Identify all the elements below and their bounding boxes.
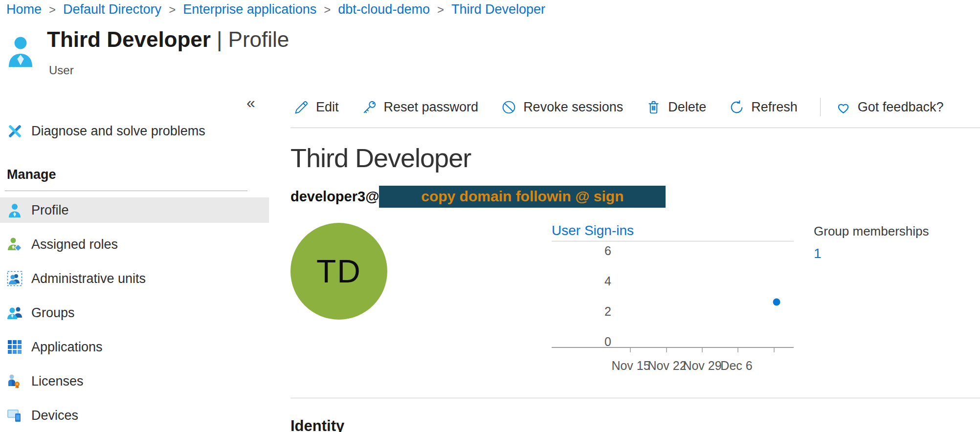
- revoke-sessions-button[interactable]: Revoke sessions: [501, 99, 623, 115]
- group-memberships-block: Group memberships 1: [814, 224, 929, 261]
- page-title: Third Developer| Profile: [47, 27, 289, 52]
- user-sign-ins-chart: User Sign-ins 6 4 2 0 Nov 15 Nov 22 Nov …: [552, 223, 794, 376]
- breadcrumb-dbt-cloud-demo[interactable]: dbt-cloud-demo: [338, 2, 430, 17]
- x-axis-tick: [666, 348, 667, 352]
- refresh-button[interactable]: Refresh: [729, 99, 798, 115]
- chart-title-link[interactable]: User Sign-ins: [552, 223, 794, 241]
- breadcrumb-default-directory[interactable]: Default Directory: [63, 2, 161, 17]
- tools-icon: [7, 123, 22, 139]
- sidebar-item-label: Applications: [31, 340, 103, 355]
- azure-portal-user-profile-page: Home > Default Directory > Enterprise ap…: [0, 0, 980, 432]
- refresh-button-label: Refresh: [751, 100, 798, 115]
- sidebar-item-label: Licenses: [31, 374, 84, 389]
- x-axis-tick: [702, 348, 703, 352]
- identity-section-heading: Identity: [290, 417, 344, 432]
- got-feedback-button[interactable]: Got feedback?: [835, 99, 944, 115]
- x-axis-label: Nov 15: [611, 359, 650, 373]
- sidebar-section-manage: Manage: [7, 167, 56, 182]
- edit-button[interactable]: Edit: [293, 99, 339, 115]
- signin-data-point: [773, 299, 780, 306]
- domain-redaction-overlay: copy domain followin @ sign: [379, 186, 666, 208]
- x-axis-label: Dec 6: [720, 359, 752, 373]
- profile-person-icon: [7, 202, 22, 218]
- group-memberships-count-link[interactable]: 1: [814, 246, 822, 261]
- page-subtitle: User: [49, 64, 74, 77]
- groups-icon: [7, 305, 22, 321]
- blocked-circle-icon: [501, 99, 517, 115]
- chart-plot-area: 6 4 2 0: [552, 241, 794, 348]
- x-axis-label: Nov 29: [683, 359, 721, 373]
- sidebar-item-devices[interactable]: Devices: [0, 403, 269, 428]
- got-feedback-button-label: Got feedback?: [858, 100, 944, 115]
- key-icon: [361, 99, 378, 115]
- breadcrumb-separator: >: [169, 3, 176, 17]
- sidebar-item-label: Profile: [31, 203, 69, 218]
- x-axis-label: Nov 22: [647, 359, 686, 373]
- sidebar-item-administrative-units[interactable]: Administrative units: [0, 266, 269, 291]
- command-bar: Edit Reset password Revoke sessions De: [293, 96, 966, 118]
- page-title-suffix: | Profile: [217, 27, 289, 51]
- assigned-roles-icon: [7, 237, 22, 252]
- devices-icon: [7, 408, 22, 423]
- applications-grid-icon: [7, 339, 22, 355]
- sidebar-item-licenses[interactable]: Licenses: [0, 368, 269, 394]
- breadcrumb-enterprise-applications[interactable]: Enterprise applications: [183, 2, 316, 17]
- x-axis-tick: [774, 348, 775, 352]
- sidebar-item-profile[interactable]: Profile: [0, 197, 269, 223]
- toolbar-separator: [820, 98, 821, 116]
- revoke-sessions-button-label: Revoke sessions: [523, 100, 623, 115]
- sidebar-item-applications[interactable]: Applications: [0, 334, 269, 360]
- sidebar-divider: [5, 191, 247, 191]
- reset-password-button-label: Reset password: [384, 100, 479, 115]
- delete-button[interactable]: Delete: [646, 99, 706, 115]
- breadcrumb-third-developer[interactable]: Third Developer: [451, 2, 545, 17]
- sidebar-item-label: Diagnose and solve problems: [31, 124, 205, 139]
- delete-button-label: Delete: [668, 100, 706, 115]
- group-memberships-label: Group memberships: [814, 224, 929, 239]
- breadcrumb: Home > Default Directory > Enterprise ap…: [6, 2, 545, 17]
- user-principal-name: developer3@ copy domain followin @ sign: [290, 185, 666, 208]
- sidebar-item-label: Groups: [31, 305, 75, 321]
- y-axis-tick: 6: [552, 243, 611, 258]
- x-axis-tick: [737, 348, 738, 352]
- section-divider: [290, 398, 980, 398]
- refresh-icon: [729, 99, 745, 115]
- sidebar-item-assigned-roles[interactable]: Assigned roles: [0, 232, 269, 257]
- breadcrumb-separator: >: [49, 3, 56, 17]
- breadcrumb-separator: >: [437, 3, 444, 17]
- sidebar-item-label: Devices: [31, 408, 78, 423]
- sidebar-item-diagnose[interactable]: Diagnose and solve problems: [0, 118, 269, 144]
- breadcrumb-home[interactable]: Home: [6, 2, 42, 17]
- y-axis-tick: 4: [552, 274, 611, 288]
- chart-x-axis: Nov 15 Nov 22 Nov 29 Dec 6: [552, 348, 794, 376]
- licenses-icon: [7, 373, 22, 389]
- user-avatar-icon: [8, 35, 33, 68]
- trash-icon: [646, 99, 662, 115]
- y-axis-tick: 0: [552, 334, 611, 349]
- upn-prefix: developer3@: [290, 189, 379, 205]
- toolbar-divider: [290, 128, 980, 128]
- sidebar-item-groups[interactable]: Groups: [0, 300, 269, 325]
- user-display-name: Third Developer: [290, 143, 471, 173]
- x-axis-tick: [630, 348, 631, 352]
- edit-button-label: Edit: [316, 100, 339, 115]
- sidebar-item-label: Administrative units: [31, 271, 146, 286]
- pencil-icon: [293, 99, 310, 115]
- y-axis-tick: 2: [552, 304, 611, 319]
- sidebar-collapse-button[interactable]: «: [246, 94, 255, 112]
- sidebar-item-label: Assigned roles: [31, 237, 118, 252]
- administrative-units-icon: [7, 271, 22, 286]
- breadcrumb-separator: >: [324, 3, 331, 17]
- heart-icon: [835, 99, 851, 115]
- page-title-name: Third Developer: [47, 27, 211, 51]
- reset-password-button[interactable]: Reset password: [361, 99, 479, 115]
- avatar: TD: [290, 223, 387, 320]
